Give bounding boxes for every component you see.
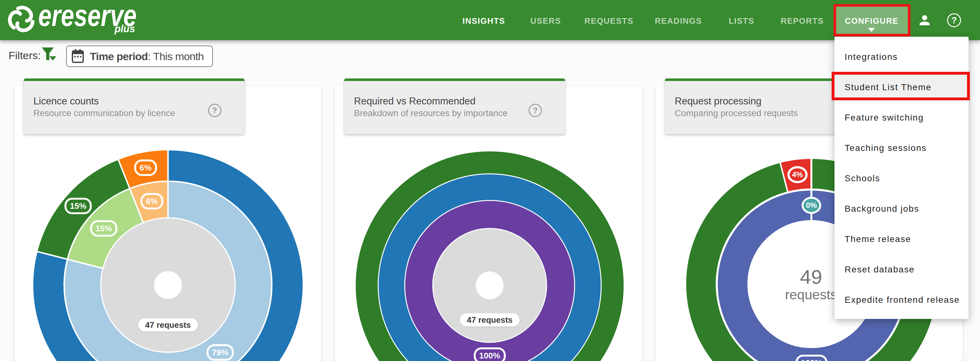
svg-text:plus: plus: [114, 23, 135, 35]
